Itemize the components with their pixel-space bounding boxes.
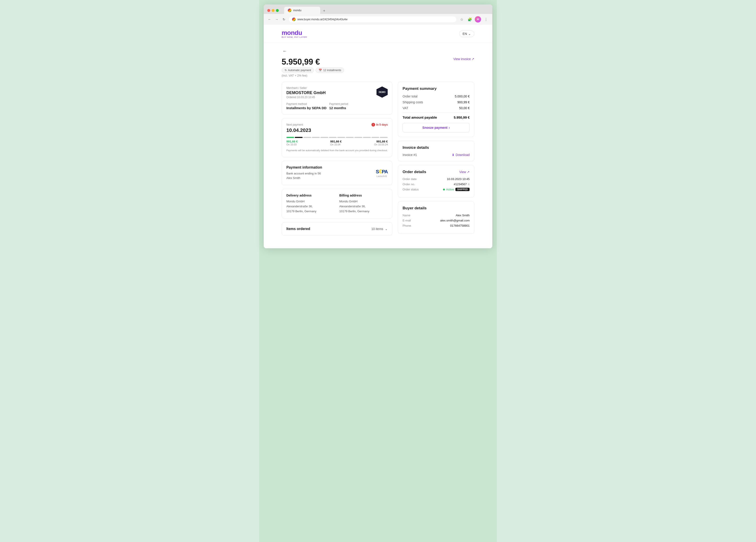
back-nav-button[interactable]: ← [266, 16, 273, 22]
items-ordered-card[interactable]: Items ordered 10 items ⌄ [282, 222, 393, 236]
bar-segment-4 [312, 137, 320, 138]
profile-avatar: M [475, 16, 481, 22]
logo-text: mondu [282, 29, 307, 36]
address-bar[interactable]: www.buyer.mondu.ai/2423454q34o43u4w [289, 16, 457, 22]
order-view-link[interactable]: View ↗ [459, 170, 470, 174]
language-selector[interactable]: EN ⌄ [459, 30, 474, 37]
bar-segment-11 [371, 137, 379, 138]
external-link-icon: ↗ [472, 57, 474, 61]
merchant-label: Merchant / Seller [286, 86, 369, 90]
vat-label: VAT [403, 106, 408, 110]
download-icon: ⬇ [452, 153, 455, 157]
invoice-row: Invoice #1 ⬇ Download [403, 153, 470, 157]
download-button[interactable]: ⬇ Download [452, 153, 470, 157]
status-active-text: Active [446, 188, 454, 191]
demo-logo: DEMO [376, 86, 388, 98]
bookmark-icon[interactable]: ☆ [458, 16, 465, 23]
site-nav: mondu BUY NOW, PAY LATER EN ⌄ [264, 25, 493, 43]
alert-text: In 5 days [376, 123, 388, 126]
buyer-phone-row: Phone 017664758901 [403, 224, 470, 227]
sepa-s: S [376, 169, 379, 174]
address-card: Delivery address Mondu GmbH Alexanderstr… [282, 189, 393, 218]
order-date-label: Order date [403, 177, 416, 181]
delivery-address: Delivery address Mondu GmbH Alexanderstr… [286, 193, 335, 214]
shipped-badge: SHIPPED [455, 188, 470, 191]
sepa-logo: S€PA Lastschrift [376, 168, 388, 177]
total-row: Total amount payable 5.950,99 € [403, 115, 470, 119]
items-count-toggle[interactable]: 10 items ⌄ [371, 227, 388, 231]
minimize-button[interactable] [272, 9, 275, 12]
buyer-name-value: Alex Smith [456, 213, 470, 217]
view-invoice-link[interactable]: View invoice ↗ [453, 57, 475, 61]
traffic-lights [267, 9, 279, 12]
delivery-line3: 10179 Berlin, Germany [286, 209, 335, 214]
snooze-payment-button[interactable]: Snooze payment › [403, 123, 470, 132]
total-value: 5.950,99 € [454, 115, 470, 119]
back-button[interactable]: ← [282, 47, 288, 54]
close-button[interactable] [267, 9, 270, 12]
shipping-row: Shipping costs 900,99 € [403, 100, 470, 104]
copy-icon[interactable]: ⎘ [468, 183, 470, 186]
order-header: 5.950,99 € ↻ Automatic payment 📅 12 inst… [282, 57, 475, 77]
bar-segment-10 [363, 137, 371, 138]
payment-method-value: Installments by SEPA DD [286, 106, 326, 110]
payment-method-label: Payment method [286, 102, 326, 105]
vat-row: VAT 50,00 € [403, 106, 470, 110]
installments-badge: 📅 12 installments [316, 67, 344, 73]
browser-toolbar: ← → ↻ www.buyer.mondu.ai/2423454q34o43u4… [264, 14, 493, 25]
buyer-email-value: alex.smith@gmail.com [440, 219, 470, 222]
merchant-name: DEMOSTORE GmbH [286, 90, 369, 95]
payment-info-card: Payment information Bank account ending … [282, 161, 393, 185]
chevron-down-icon: ⌄ [385, 227, 388, 231]
bar-segment-12 [380, 137, 388, 138]
next-payment-card: Next payment ! In 5 days 10.04.2023 [282, 118, 393, 157]
auto-payment-icon: ↻ [285, 69, 287, 72]
order-total-value: 5.000,00 € [455, 94, 470, 98]
profile-icon[interactable]: M [474, 16, 481, 23]
fullscreen-button[interactable] [276, 9, 279, 12]
alert-badge: ! In 5 days [371, 123, 388, 126]
logo-tagline: BUY NOW, PAY LATER [282, 36, 307, 38]
view-invoice-text: View invoice [453, 57, 471, 61]
incl-vat-text: (incl. VAT + 2% fee) [282, 74, 344, 77]
lang-chevron-icon: ⌄ [468, 32, 471, 36]
next-payment-label: Next payment [286, 123, 303, 126]
installments-text: 12 installments [323, 69, 341, 72]
summary-title: Payment summary [403, 86, 470, 91]
order-status-row: Order status Active SHIPPED [403, 188, 470, 191]
extensions-icon[interactable]: 🧩 [466, 16, 473, 23]
payment-info-title: Payment information [286, 165, 322, 169]
new-tab-button[interactable]: + [321, 8, 327, 14]
payment-bank-account: Bank account ending in 56 [286, 171, 322, 176]
buyer-name-label: Name [403, 213, 410, 217]
menu-icon[interactable]: ⋮ [482, 16, 490, 23]
merchant-card: Merchant / Seller DEMOSTORE GmbH Ordered… [282, 82, 393, 114]
installment2-value: 991,66 € [330, 140, 342, 143]
reload-button[interactable]: ↻ [281, 16, 287, 22]
next-payment-date: 10.04.2023 [286, 127, 388, 133]
shipping-value: 900,99 € [457, 100, 470, 104]
buyer-phone-label: Phone [403, 224, 411, 227]
installment3-value: 991,66 € [374, 140, 388, 143]
bar-segment-3 [303, 137, 311, 138]
items-count-text: 10 items [371, 227, 383, 231]
browser-tab[interactable]: mondu [284, 7, 320, 14]
buyer-phone-value: 017664758901 [450, 224, 470, 227]
order-date-value: 10.03.2023 10:45 [447, 177, 470, 181]
delivery-title: Delivery address [286, 193, 335, 197]
order-no-row: Order no. #1234567 ⎘ [403, 182, 470, 186]
bar-segment-1 [286, 137, 294, 138]
buyer-details-card: Buyer details Name Alex Smith E-mail ale… [398, 201, 474, 234]
bar-segment-7 [337, 137, 345, 138]
amount-badges: ↻ Automatic payment 📅 12 installments [282, 67, 344, 73]
shipping-label: Shipping costs [403, 100, 423, 104]
bar-segment-6 [329, 137, 337, 138]
buyer-details-title: Buyer details [403, 206, 470, 210]
order-amount: 5.950,99 € [282, 57, 344, 67]
forward-nav-button[interactable]: → [274, 16, 280, 22]
buyer-name-row: Name Alex Smith [403, 213, 470, 217]
buyer-email-label: E-mail [403, 219, 411, 222]
auto-payment-text: Automatic payment [288, 69, 311, 72]
installment1-value: 991,66 € [286, 140, 298, 143]
status-dot-icon [443, 189, 445, 190]
